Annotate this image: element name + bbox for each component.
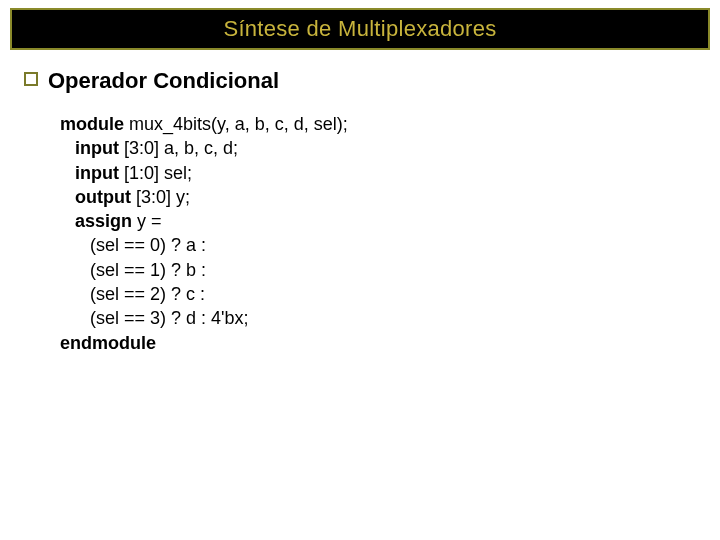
keyword-input: input (75, 138, 119, 158)
code-text: mux_4bits(y, a, b, c, d, sel); (124, 114, 348, 134)
code-text: (sel == 2) ? c : (60, 284, 205, 304)
code-text: [3:0] y; (131, 187, 190, 207)
code-text: (sel == 3) ? d : 4'bx; (60, 308, 249, 328)
title-bar: Síntese de Multiplexadores (10, 8, 710, 50)
code-text: (sel == 0) ? a : (60, 235, 206, 255)
keyword-endmodule: endmodule (60, 333, 156, 353)
code-text: [1:0] sel; (119, 163, 192, 183)
square-bullet-icon (24, 72, 38, 86)
keyword-output: output (75, 187, 131, 207)
section-heading: Operador Condicional (48, 68, 279, 94)
slide-title: Síntese de Multiplexadores (223, 16, 496, 41)
code-text: y = (132, 211, 162, 231)
content-area: Operador Condicional module mux_4bits(y,… (10, 68, 710, 355)
code-text: (sel == 1) ? b : (60, 260, 206, 280)
keyword-input: input (75, 163, 119, 183)
code-block: module mux_4bits(y, a, b, c, d, sel); in… (24, 112, 710, 355)
keyword-module: module (60, 114, 124, 134)
keyword-assign: assign (75, 211, 132, 231)
slide: Síntese de Multiplexadores Operador Cond… (0, 0, 720, 540)
code-text: [3:0] a, b, c, d; (119, 138, 238, 158)
heading-row: Operador Condicional (24, 68, 710, 94)
